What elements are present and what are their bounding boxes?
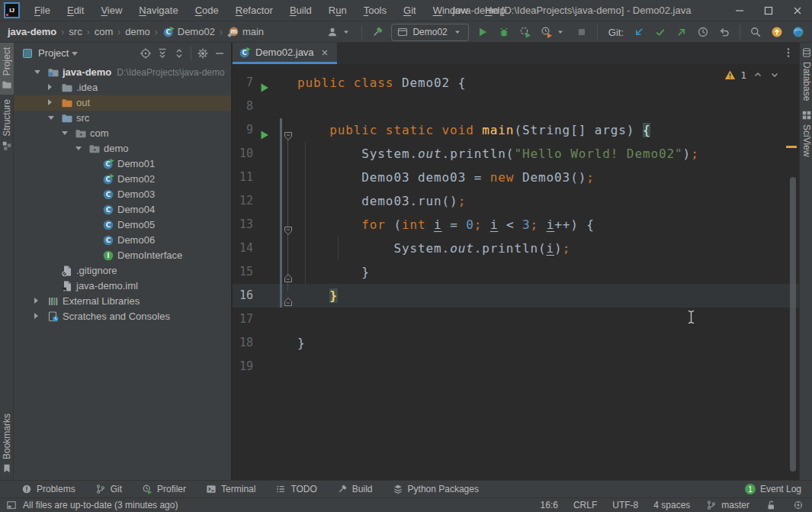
fold-start-icon[interactable] <box>284 220 293 230</box>
chevron-right-icon[interactable] <box>48 99 52 105</box>
code-line-16[interactable]: 16 } <box>233 284 799 308</box>
event-log-button[interactable]: Event Log <box>760 484 801 494</box>
git-branch[interactable]: master <box>705 499 749 511</box>
hide-panel-button[interactable] <box>211 45 228 62</box>
chevron-right-icon[interactable] <box>48 84 52 90</box>
stripe-tab-bookmarks[interactable]: Bookmarks <box>0 409 14 478</box>
code-line-17[interactable]: 17 <box>233 308 799 331</box>
menu-file[interactable]: File <box>27 2 58 18</box>
tab-demo02[interactable]: C Demo02.java <box>233 43 337 64</box>
warning-stripe-mark[interactable] <box>786 146 797 148</box>
chevron-down-icon[interactable] <box>75 147 82 150</box>
code-line-13[interactable]: 13 for (int i = 0; i < 3; i++) { <box>233 213 799 237</box>
stripe-tab-structure[interactable]: Structure <box>0 95 14 156</box>
git-update-button[interactable] <box>631 24 647 40</box>
menu-refactor[interactable]: Refactor <box>228 2 281 18</box>
close-button[interactable] <box>783 0 812 21</box>
chevron-right-icon[interactable] <box>34 298 38 304</box>
code-line-8[interactable]: 8 <box>233 95 799 118</box>
run-configurations-select[interactable]: Demo02 <box>391 24 468 41</box>
editor-scrollbar[interactable] <box>790 177 796 472</box>
updates-button[interactable] <box>769 24 785 40</box>
fold-end-icon[interactable] <box>284 267 293 277</box>
tree-item-demointerface[interactable]: IDemoInterface <box>14 248 231 263</box>
line-separator[interactable]: CRLF <box>573 500 597 510</box>
close-tab-icon[interactable] <box>319 47 331 59</box>
git-push-button[interactable] <box>674 24 689 40</box>
chevron-down-icon[interactable] <box>62 131 68 135</box>
toolwindow-button-problems[interactable]: Problems <box>21 484 75 494</box>
panel-settings-button[interactable] <box>194 45 211 62</box>
code-line-18[interactable]: 18} <box>233 331 799 355</box>
maximize-button[interactable] <box>754 0 783 21</box>
run-line-icon[interactable] <box>260 124 269 135</box>
search-everywhere-button[interactable] <box>748 24 763 40</box>
tree-item-demo05[interactable]: CDemo05 <box>14 217 231 233</box>
toolwindow-button-terminal[interactable]: Terminal <box>206 484 255 494</box>
code-line-11[interactable]: 11 Demo03 demo03 = new Demo03(); <box>233 166 799 189</box>
tree-item-demo06[interactable]: CDemo06 <box>14 233 231 248</box>
unlock-button[interactable] <box>765 499 777 511</box>
expand-all-button[interactable] <box>154 45 171 62</box>
git-commit-button[interactable] <box>653 24 668 40</box>
menu-build[interactable]: Build <box>282 2 319 18</box>
code-line-12[interactable]: 12 demo03.run(); <box>233 189 799 213</box>
code-line-10[interactable]: 10 System.out.println("Hello World! Demo… <box>233 142 799 166</box>
tree-item-java-demo[interactable]: java-demoD:\IdeaProjects\java-demo <box>14 65 231 80</box>
menu-view[interactable]: View <box>93 2 130 18</box>
tree-item-demo04[interactable]: CDemo04 <box>14 202 231 217</box>
select-opened-file-button[interactable] <box>137 45 154 62</box>
profiler-button[interactable] <box>539 24 568 40</box>
build-project-button[interactable] <box>370 24 385 40</box>
breadcrumb-main[interactable]: mmain <box>227 26 264 38</box>
toolbox-button[interactable] <box>791 24 806 40</box>
tree-item-demo03[interactable]: CDemo03 <box>14 187 231 202</box>
chevron-down-icon[interactable] <box>72 52 78 56</box>
run-line-icon[interactable] <box>260 77 269 88</box>
tree-item--gitignore[interactable]: .gitignore <box>14 263 231 279</box>
menu-code[interactable]: Code <box>188 2 226 18</box>
window-layout-icon[interactable] <box>6 500 17 510</box>
breadcrumb-src[interactable]: src <box>69 26 82 37</box>
next-warning-icon[interactable] <box>769 69 781 81</box>
tree-item--idea[interactable]: .idea <box>14 80 231 95</box>
prev-warning-icon[interactable] <box>752 69 764 81</box>
stripe-tab-project[interactable]: Project <box>0 43 14 95</box>
code-editor[interactable]: 7public class Demo02 {89 public static v… <box>233 64 799 480</box>
file-encoding[interactable]: UTF-8 <box>612 500 638 510</box>
minimize-button[interactable] <box>725 0 754 21</box>
tree-item-com[interactable]: com <box>14 126 231 141</box>
chevron-down-icon[interactable] <box>48 116 54 120</box>
run-with-coverage-button[interactable] <box>518 24 533 40</box>
run-button[interactable] <box>475 24 490 40</box>
git-history-button[interactable] <box>695 24 711 40</box>
tree-item-src[interactable]: src <box>14 111 231 126</box>
menu-tools[interactable]: Tools <box>356 2 394 18</box>
inspections-widget[interactable]: 1 <box>724 69 781 81</box>
code-line-14[interactable]: 14 System.out.println(i); <box>233 237 799 260</box>
tree-item-out[interactable]: out <box>14 95 231 111</box>
stop-button[interactable] <box>574 24 589 40</box>
toolwindow-button-profiler[interactable]: Profiler <box>142 484 186 494</box>
user-button[interactable] <box>325 24 354 40</box>
code-line-7[interactable]: 7public class Demo02 { <box>233 71 799 95</box>
indent-style[interactable]: 4 spaces <box>653 500 690 510</box>
toolwindow-button-python-packages[interactable]: Python Packages <box>393 484 479 494</box>
code-line-15[interactable]: 15 } <box>233 260 799 284</box>
menu-edit[interactable]: Edit <box>59 2 91 18</box>
tree-item-scratches-and-consoles[interactable]: Scratches and Consoles <box>14 309 231 324</box>
menu-navigate[interactable]: Navigate <box>131 2 185 18</box>
tree-item-demo01[interactable]: CDemo01 <box>14 156 231 172</box>
toolwindow-button-git[interactable]: Git <box>95 484 122 494</box>
stripe-tab-sciview[interactable]: SciView <box>800 105 812 161</box>
collapse-all-button[interactable] <box>171 45 188 62</box>
project-header-title[interactable]: Project <box>38 47 69 59</box>
tree-item-external-libraries[interactable]: External Libraries <box>14 294 231 309</box>
debug-button[interactable] <box>496 24 512 40</box>
code-line-19[interactable]: 19 <box>233 355 799 378</box>
breadcrumb-Demo02[interactable]: CDemo02 <box>162 26 215 38</box>
stripe-tab-database[interactable]: Database <box>800 43 812 105</box>
chevron-right-icon[interactable] <box>34 313 38 319</box>
toolwindow-button-build[interactable]: Build <box>337 484 373 494</box>
tree-item-demo02[interactable]: CDemo02 <box>14 172 231 187</box>
